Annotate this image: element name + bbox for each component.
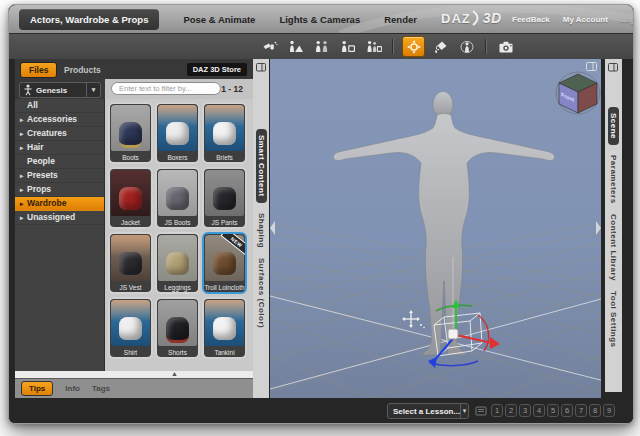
link-my-account[interactable]: My Account <box>563 15 608 24</box>
lesson-page-3[interactable]: 3 <box>519 404 531 417</box>
lesson-page-5[interactable]: 5 <box>547 404 559 417</box>
item-label: Boots <box>110 154 151 161</box>
page-background: Actors, Wardrobe & PropsPose & AnimateLi… <box>0 0 640 436</box>
surface-paint-icon[interactable] <box>430 37 451 56</box>
daz-3d-logo: DAZ 3D <box>441 10 502 26</box>
left-tab-strip: Smart ContentShapingSurfaces (Color) <box>253 59 269 398</box>
thumbnail-garment <box>119 122 142 148</box>
lessons-list-icon[interactable] <box>475 405 487 417</box>
menu-tab-actors-wardrobe-props[interactable]: Actors, Wardrobe & Props <box>19 9 159 30</box>
universal-manipulator-glyph <box>406 40 422 54</box>
category-props[interactable]: ▸Props <box>15 183 104 197</box>
files-tab[interactable]: Files <box>20 62 57 78</box>
smart-content-header: Files Products DAZ 3D Store <box>15 59 253 79</box>
content-item-boots[interactable]: Boots <box>108 102 153 164</box>
tab-scene[interactable]: Scene <box>608 107 619 145</box>
chevron-down-icon[interactable] <box>86 83 100 97</box>
lesson-page-7[interactable]: 7 <box>575 404 587 417</box>
lesson-page-2[interactable]: 2 <box>505 404 517 417</box>
category-people[interactable]: People <box>15 155 104 169</box>
content-item-shirt[interactable]: Shirt <box>108 297 153 359</box>
content-item-tankini[interactable]: Tankini <box>202 297 247 359</box>
splitter-handle-icon[interactable] <box>171 370 178 377</box>
pane-options-icon[interactable] <box>608 63 618 72</box>
category-all[interactable]: All <box>15 99 104 113</box>
lesson-dropdown-arrow-icon[interactable] <box>460 404 468 418</box>
content-item-shorts[interactable]: Shorts <box>155 297 200 359</box>
figure-tool-icon[interactable] <box>456 37 477 56</box>
camera-glyph <box>498 40 514 54</box>
menu-tab-render[interactable]: Render <box>384 14 417 25</box>
lesson-page-1[interactable]: 1 <box>491 404 503 417</box>
spray-tool-icon[interactable] <box>259 37 280 56</box>
content-item-boxers[interactable]: Boxers <box>155 102 200 164</box>
surface-paint-glyph <box>433 40 449 54</box>
tab-smart-content[interactable]: Smart Content <box>256 129 267 203</box>
menu-tab-lights-cameras[interactable]: Lights & Cameras <box>279 14 360 25</box>
category-creatures[interactable]: ▸Creatures <box>15 127 104 141</box>
tab-tags[interactable]: Tags <box>92 384 110 393</box>
content-item-troll-loincloth[interactable]: Troll LoinclothNEW <box>202 232 247 294</box>
item-thumbnail <box>205 105 244 151</box>
content-item-leggings[interactable]: Leggings <box>155 232 200 294</box>
lesson-page-6[interactable]: 6 <box>561 404 573 417</box>
figure-prop-icon[interactable] <box>337 37 358 56</box>
figure-group-icon[interactable] <box>363 37 384 56</box>
tab-content-library[interactable]: Content Library <box>609 214 618 281</box>
universal-manipulator-icon[interactable] <box>402 36 425 57</box>
link-log-in[interactable]: Log In <box>621 15 634 24</box>
figure-dropdown[interactable]: Genesis <box>19 82 101 98</box>
link-feedback[interactable]: FeedBack <box>512 15 550 24</box>
category-presets[interactable]: ▸Presets <box>15 169 104 183</box>
item-label: Shorts <box>157 349 198 356</box>
viewport[interactable]: Front <box>270 59 601 398</box>
toolbar-divider <box>392 39 394 54</box>
category-wardrobe[interactable]: ▸Wardrobe <box>15 197 104 211</box>
content-item-js-pants[interactable]: JS Pants <box>202 167 247 229</box>
expand-arrow-icon: ▸ <box>20 183 27 196</box>
tab-parameters[interactable]: Parameters <box>609 155 618 204</box>
content-item-briefs[interactable]: Briefs <box>202 102 247 164</box>
camera-icon[interactable] <box>495 37 516 56</box>
figure-tool-glyph <box>459 40 475 54</box>
item-label: Tankini <box>204 349 245 356</box>
category-hair[interactable]: ▸Hair <box>15 141 104 155</box>
view-orientation-cube[interactable]: Front <box>556 72 600 114</box>
tab-surfaces-color[interactable]: Surfaces (Color) <box>257 258 266 328</box>
lesson-page-8[interactable]: 8 <box>589 404 601 417</box>
viewport-options-icon[interactable] <box>586 62 597 71</box>
figures-pair-icon[interactable] <box>311 37 332 56</box>
menu-tab-pose-animate[interactable]: Pose & Animate <box>183 14 255 25</box>
item-label: Briefs <box>204 154 245 161</box>
content-item-js-boots[interactable]: JS Boots <box>155 167 200 229</box>
expand-arrow-icon: ▸ <box>20 197 27 210</box>
category-label: Wardrobe <box>27 197 66 210</box>
category-label: Accessories <box>27 113 77 126</box>
category-label: Creatures <box>27 127 67 140</box>
logo-swoosh-icon <box>471 10 483 26</box>
lesson-page-9[interactable]: 9 <box>603 404 615 417</box>
category-accessories[interactable]: ▸Accessories <box>15 113 104 127</box>
filter-input[interactable] <box>111 82 221 95</box>
lesson-page-4[interactable]: 4 <box>533 404 545 417</box>
category-label: Unassigned <box>27 211 75 224</box>
item-thumbnail <box>205 300 244 346</box>
expand-arrow-icon: ▸ <box>20 211 27 224</box>
tab-tool-settings[interactable]: Tool Settings <box>609 291 618 348</box>
lesson-select[interactable]: Select a Lesson... <box>387 403 469 419</box>
daz-store-button[interactable]: DAZ 3D Store <box>187 63 247 76</box>
tab-info[interactable]: Info <box>65 384 80 393</box>
category-unassigned[interactable]: ▸Unassigned <box>15 211 104 225</box>
expand-arrow-icon: ▸ <box>20 127 27 140</box>
tab-tips[interactable]: Tips <box>21 381 53 396</box>
page-range: 1 - 12 <box>221 84 243 94</box>
scene-figure-icon[interactable] <box>285 37 306 56</box>
content-item-jacket[interactable]: Jacket <box>108 167 153 229</box>
content-item-js-vest[interactable]: JS Vest <box>108 232 153 294</box>
pane-options-icon[interactable] <box>256 63 266 72</box>
menu-links: FeedBackMy AccountLog In <box>512 5 634 33</box>
item-thumbnail <box>111 300 150 346</box>
tab-shaping[interactable]: Shaping <box>257 213 266 248</box>
panel-splitter[interactable] <box>15 371 253 379</box>
products-tab[interactable]: Products <box>64 65 101 75</box>
